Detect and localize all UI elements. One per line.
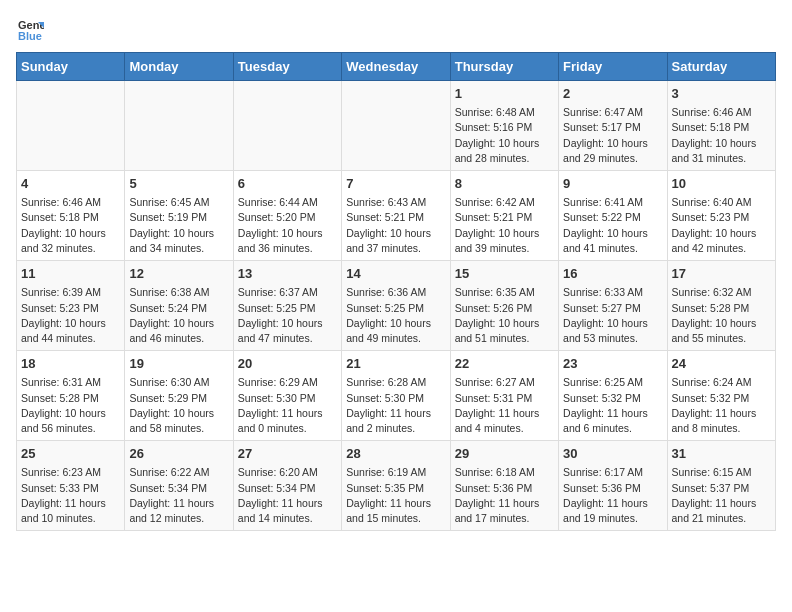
day-info: Sunrise: 6:46 AM Sunset: 5:18 PM Dayligh… (672, 105, 771, 166)
day-number: 10 (672, 175, 771, 193)
day-number: 5 (129, 175, 228, 193)
day-cell: 6Sunrise: 6:44 AM Sunset: 5:20 PM Daylig… (233, 171, 341, 261)
day-cell: 17Sunrise: 6:32 AM Sunset: 5:28 PM Dayli… (667, 261, 775, 351)
day-number: 28 (346, 445, 445, 463)
day-number: 20 (238, 355, 337, 373)
day-number: 18 (21, 355, 120, 373)
day-cell: 28Sunrise: 6:19 AM Sunset: 5:35 PM Dayli… (342, 441, 450, 531)
day-info: Sunrise: 6:42 AM Sunset: 5:21 PM Dayligh… (455, 195, 554, 256)
day-number: 27 (238, 445, 337, 463)
day-cell: 13Sunrise: 6:37 AM Sunset: 5:25 PM Dayli… (233, 261, 341, 351)
day-info: Sunrise: 6:37 AM Sunset: 5:25 PM Dayligh… (238, 285, 337, 346)
day-cell: 3Sunrise: 6:46 AM Sunset: 5:18 PM Daylig… (667, 81, 775, 171)
day-number: 22 (455, 355, 554, 373)
day-cell: 11Sunrise: 6:39 AM Sunset: 5:23 PM Dayli… (17, 261, 125, 351)
day-number: 11 (21, 265, 120, 283)
day-info: Sunrise: 6:44 AM Sunset: 5:20 PM Dayligh… (238, 195, 337, 256)
day-cell: 12Sunrise: 6:38 AM Sunset: 5:24 PM Dayli… (125, 261, 233, 351)
week-row-4: 18Sunrise: 6:31 AM Sunset: 5:28 PM Dayli… (17, 351, 776, 441)
day-cell: 23Sunrise: 6:25 AM Sunset: 5:32 PM Dayli… (559, 351, 667, 441)
header: General Blue (16, 16, 776, 44)
header-cell-friday: Friday (559, 53, 667, 81)
day-number: 4 (21, 175, 120, 193)
header-cell-wednesday: Wednesday (342, 53, 450, 81)
day-cell (125, 81, 233, 171)
day-info: Sunrise: 6:31 AM Sunset: 5:28 PM Dayligh… (21, 375, 120, 436)
day-info: Sunrise: 6:47 AM Sunset: 5:17 PM Dayligh… (563, 105, 662, 166)
day-info: Sunrise: 6:25 AM Sunset: 5:32 PM Dayligh… (563, 375, 662, 436)
calendar-body: 1Sunrise: 6:48 AM Sunset: 5:16 PM Daylig… (17, 81, 776, 531)
day-info: Sunrise: 6:19 AM Sunset: 5:35 PM Dayligh… (346, 465, 445, 526)
day-cell: 7Sunrise: 6:43 AM Sunset: 5:21 PM Daylig… (342, 171, 450, 261)
day-number: 7 (346, 175, 445, 193)
day-info: Sunrise: 6:23 AM Sunset: 5:33 PM Dayligh… (21, 465, 120, 526)
day-cell: 30Sunrise: 6:17 AM Sunset: 5:36 PM Dayli… (559, 441, 667, 531)
day-info: Sunrise: 6:38 AM Sunset: 5:24 PM Dayligh… (129, 285, 228, 346)
logo: General Blue (16, 16, 48, 44)
day-number: 24 (672, 355, 771, 373)
day-info: Sunrise: 6:46 AM Sunset: 5:18 PM Dayligh… (21, 195, 120, 256)
day-info: Sunrise: 6:41 AM Sunset: 5:22 PM Dayligh… (563, 195, 662, 256)
day-cell: 16Sunrise: 6:33 AM Sunset: 5:27 PM Dayli… (559, 261, 667, 351)
day-number: 26 (129, 445, 228, 463)
day-info: Sunrise: 6:33 AM Sunset: 5:27 PM Dayligh… (563, 285, 662, 346)
day-cell (233, 81, 341, 171)
svg-text:Blue: Blue (18, 30, 42, 42)
header-cell-sunday: Sunday (17, 53, 125, 81)
day-info: Sunrise: 6:45 AM Sunset: 5:19 PM Dayligh… (129, 195, 228, 256)
day-number: 30 (563, 445, 662, 463)
day-cell: 9Sunrise: 6:41 AM Sunset: 5:22 PM Daylig… (559, 171, 667, 261)
week-row-2: 4Sunrise: 6:46 AM Sunset: 5:18 PM Daylig… (17, 171, 776, 261)
week-row-5: 25Sunrise: 6:23 AM Sunset: 5:33 PM Dayli… (17, 441, 776, 531)
day-number: 9 (563, 175, 662, 193)
day-cell: 4Sunrise: 6:46 AM Sunset: 5:18 PM Daylig… (17, 171, 125, 261)
day-number: 1 (455, 85, 554, 103)
day-info: Sunrise: 6:28 AM Sunset: 5:30 PM Dayligh… (346, 375, 445, 436)
day-cell: 15Sunrise: 6:35 AM Sunset: 5:26 PM Dayli… (450, 261, 558, 351)
day-info: Sunrise: 6:24 AM Sunset: 5:32 PM Dayligh… (672, 375, 771, 436)
day-number: 25 (21, 445, 120, 463)
day-cell: 8Sunrise: 6:42 AM Sunset: 5:21 PM Daylig… (450, 171, 558, 261)
day-number: 13 (238, 265, 337, 283)
day-cell: 29Sunrise: 6:18 AM Sunset: 5:36 PM Dayli… (450, 441, 558, 531)
day-cell: 1Sunrise: 6:48 AM Sunset: 5:16 PM Daylig… (450, 81, 558, 171)
day-info: Sunrise: 6:27 AM Sunset: 5:31 PM Dayligh… (455, 375, 554, 436)
header-cell-saturday: Saturday (667, 53, 775, 81)
day-cell (342, 81, 450, 171)
day-info: Sunrise: 6:30 AM Sunset: 5:29 PM Dayligh… (129, 375, 228, 436)
header-cell-tuesday: Tuesday (233, 53, 341, 81)
day-info: Sunrise: 6:17 AM Sunset: 5:36 PM Dayligh… (563, 465, 662, 526)
day-info: Sunrise: 6:29 AM Sunset: 5:30 PM Dayligh… (238, 375, 337, 436)
day-number: 21 (346, 355, 445, 373)
day-cell: 19Sunrise: 6:30 AM Sunset: 5:29 PM Dayli… (125, 351, 233, 441)
calendar-table: SundayMondayTuesdayWednesdayThursdayFrid… (16, 52, 776, 531)
day-number: 15 (455, 265, 554, 283)
day-cell: 21Sunrise: 6:28 AM Sunset: 5:30 PM Dayli… (342, 351, 450, 441)
day-number: 3 (672, 85, 771, 103)
day-cell: 26Sunrise: 6:22 AM Sunset: 5:34 PM Dayli… (125, 441, 233, 531)
day-number: 19 (129, 355, 228, 373)
day-cell: 18Sunrise: 6:31 AM Sunset: 5:28 PM Dayli… (17, 351, 125, 441)
day-number: 6 (238, 175, 337, 193)
day-cell: 24Sunrise: 6:24 AM Sunset: 5:32 PM Dayli… (667, 351, 775, 441)
day-number: 2 (563, 85, 662, 103)
day-number: 29 (455, 445, 554, 463)
day-cell: 2Sunrise: 6:47 AM Sunset: 5:17 PM Daylig… (559, 81, 667, 171)
week-row-1: 1Sunrise: 6:48 AM Sunset: 5:16 PM Daylig… (17, 81, 776, 171)
day-info: Sunrise: 6:22 AM Sunset: 5:34 PM Dayligh… (129, 465, 228, 526)
day-cell: 14Sunrise: 6:36 AM Sunset: 5:25 PM Dayli… (342, 261, 450, 351)
day-cell: 27Sunrise: 6:20 AM Sunset: 5:34 PM Dayli… (233, 441, 341, 531)
day-info: Sunrise: 6:18 AM Sunset: 5:36 PM Dayligh… (455, 465, 554, 526)
header-cell-monday: Monday (125, 53, 233, 81)
day-info: Sunrise: 6:20 AM Sunset: 5:34 PM Dayligh… (238, 465, 337, 526)
calendar-header: SundayMondayTuesdayWednesdayThursdayFrid… (17, 53, 776, 81)
day-number: 17 (672, 265, 771, 283)
day-number: 14 (346, 265, 445, 283)
day-cell: 10Sunrise: 6:40 AM Sunset: 5:23 PM Dayli… (667, 171, 775, 261)
day-cell: 20Sunrise: 6:29 AM Sunset: 5:30 PM Dayli… (233, 351, 341, 441)
day-cell (17, 81, 125, 171)
day-info: Sunrise: 6:48 AM Sunset: 5:16 PM Dayligh… (455, 105, 554, 166)
day-number: 16 (563, 265, 662, 283)
day-info: Sunrise: 6:43 AM Sunset: 5:21 PM Dayligh… (346, 195, 445, 256)
header-cell-thursday: Thursday (450, 53, 558, 81)
